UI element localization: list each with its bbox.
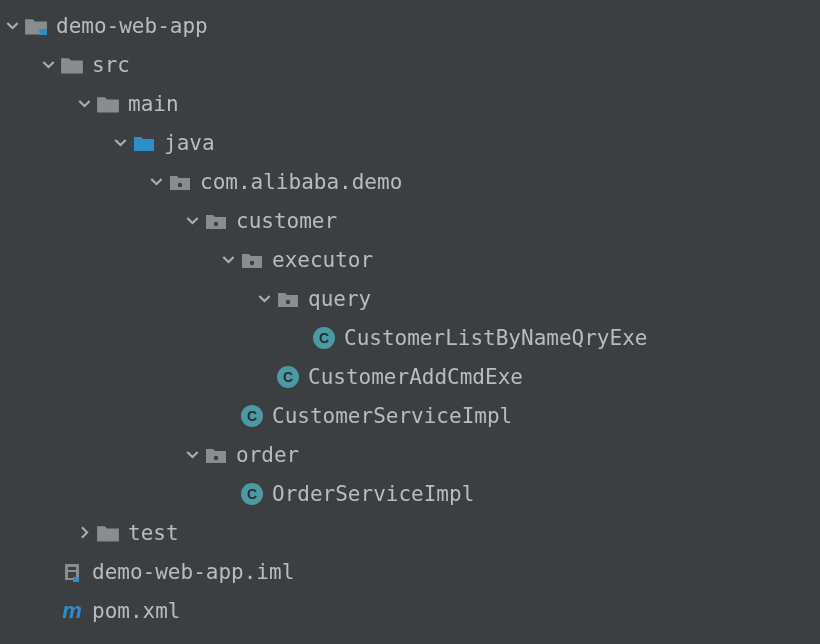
source-folder-icon [132, 131, 156, 155]
chevron-down-icon[interactable] [216, 253, 240, 266]
tree-item-label: CustomerServiceImpl [272, 404, 512, 428]
tree-item-label: java [164, 131, 215, 155]
tree-item-label: pom.xml [92, 599, 181, 623]
chevron-right-icon[interactable] [72, 526, 96, 539]
class-icon: C [312, 326, 336, 350]
tree-item-label: query [308, 287, 371, 311]
svg-point-5 [214, 455, 218, 459]
tree-item-label: com.alibaba.demo [200, 170, 402, 194]
svg-point-4 [286, 299, 290, 303]
tree-item-class[interactable]: C CustomerListByNameQryExe [0, 318, 820, 357]
class-icon: C [240, 404, 264, 428]
folder-icon [96, 521, 120, 545]
tree-item-label: test [128, 521, 179, 545]
tree-item-label: OrderServiceImpl [272, 482, 474, 506]
svg-point-2 [214, 221, 218, 225]
chevron-down-icon[interactable] [72, 97, 96, 110]
tree-item-label: demo-web-app.iml [92, 560, 294, 584]
folder-icon [60, 53, 84, 77]
tree-item-label: customer [236, 209, 337, 233]
chevron-down-icon[interactable] [36, 58, 60, 71]
tree-item-label: executor [272, 248, 373, 272]
folder-icon [96, 92, 120, 116]
package-icon [240, 248, 264, 272]
svg-rect-0 [39, 29, 47, 36]
tree-item-iml[interactable]: demo-web-app.iml [0, 552, 820, 591]
svg-rect-7 [68, 567, 76, 570]
tree-item-test[interactable]: test [0, 513, 820, 552]
svg-point-3 [250, 260, 254, 264]
tree-item-main[interactable]: main [0, 84, 820, 123]
tree-item-customer[interactable]: customer [0, 201, 820, 240]
tree-item-label: order [236, 443, 299, 467]
tree-item-src[interactable]: src [0, 45, 820, 84]
tree-item-label: src [92, 53, 130, 77]
chevron-down-icon[interactable] [252, 292, 276, 305]
tree-item-class[interactable]: C CustomerServiceImpl [0, 396, 820, 435]
svg-point-1 [178, 182, 182, 186]
chevron-down-icon[interactable] [144, 175, 168, 188]
chevron-down-icon[interactable] [180, 214, 204, 227]
chevron-down-icon[interactable] [108, 136, 132, 149]
tree-item-module-root[interactable]: demo-web-app [0, 6, 820, 45]
tree-item-label: demo-web-app [56, 14, 208, 38]
tree-item-java[interactable]: java [0, 123, 820, 162]
package-icon [204, 443, 228, 467]
class-icon: C [276, 365, 300, 389]
svg-rect-9 [73, 577, 79, 582]
module-file-icon [60, 560, 84, 584]
module-folder-icon [24, 14, 48, 38]
chevron-down-icon[interactable] [0, 19, 24, 32]
tree-item-executor[interactable]: executor [0, 240, 820, 279]
maven-icon: m [60, 599, 84, 623]
tree-item-package-root[interactable]: com.alibaba.demo [0, 162, 820, 201]
tree-item-pom[interactable]: m pom.xml [0, 591, 820, 630]
class-icon: C [240, 482, 264, 506]
tree-item-label: main [128, 92, 179, 116]
tree-item-label: CustomerListByNameQryExe [344, 326, 647, 350]
package-icon [204, 209, 228, 233]
package-icon [276, 287, 300, 311]
tree-item-class[interactable]: C CustomerAddCmdExe [0, 357, 820, 396]
package-icon [168, 170, 192, 194]
tree-item-label: CustomerAddCmdExe [308, 365, 523, 389]
chevron-down-icon[interactable] [180, 448, 204, 461]
tree-item-order[interactable]: order [0, 435, 820, 474]
tree-item-query[interactable]: query [0, 279, 820, 318]
tree-item-class[interactable]: C OrderServiceImpl [0, 474, 820, 513]
